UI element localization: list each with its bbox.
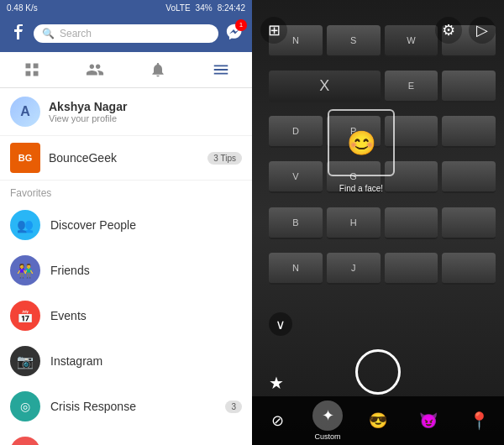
menu-label-crisis: Crisis Response	[50, 400, 215, 413]
bouncgeek-name: BounceGeek	[49, 151, 199, 165]
key	[442, 71, 496, 102]
camera-top-controls: ⊞ ⚙ ▷	[260, 17, 496, 44]
key	[385, 253, 438, 285]
shutter-area	[355, 349, 401, 395]
messenger-badge: 1	[235, 19, 247, 31]
nav-row	[0, 52, 252, 88]
toolbar-item-block[interactable]: ⊘	[262, 406, 292, 436]
nav-menu[interactable]	[189, 52, 252, 87]
app-header: 🔍 Search 1	[0, 15, 252, 52]
messenger-button[interactable]: 1	[225, 23, 244, 45]
menu-list: 👥 Discover People 👫 Friends 📅 Events 📷 I…	[0, 202, 252, 445]
svg-rect-0	[25, 64, 30, 69]
key: N	[269, 253, 323, 285]
shutter-button[interactable]	[355, 349, 401, 395]
camera-toolbar: ⊘ ✦ Custom 😎 😈 📍	[252, 396, 504, 445]
menu-item-crisis[interactable]: ◎ Crisis Response 3	[0, 384, 252, 429]
bouncgeek-icon: BG	[10, 143, 40, 173]
instagram-icon: 📷	[10, 346, 40, 376]
key: D	[269, 116, 323, 148]
toolbar-item-devil[interactable]: 😈	[413, 406, 444, 436]
menu-label-instagram: Instagram	[50, 354, 242, 368]
menu-label-friends: Friends	[50, 264, 242, 277]
toolbar-item-sunglasses[interactable]: 😎	[363, 406, 393, 436]
key: E	[385, 71, 438, 102]
status-time: 8:24:42	[218, 3, 245, 13]
svg-rect-3	[33, 71, 38, 76]
face-emoji: 😊	[347, 129, 376, 157]
toolbar-item-custom[interactable]: ✦ Custom	[312, 400, 343, 441]
search-placeholder: Search	[60, 28, 92, 39]
star-button[interactable]: ★	[269, 373, 284, 393]
key: V	[269, 161, 323, 193]
profile-name: Akshya Nagar	[49, 100, 127, 113]
svg-rect-2	[25, 71, 30, 76]
custom-icon: ✦	[312, 400, 343, 431]
camera-panel: N S W X E D P V G B H N J	[252, 0, 504, 445]
status-network: VoLTE	[165, 3, 190, 13]
explore-icon: 🚀	[10, 437, 40, 445]
camera-forward-button[interactable]: ▷	[469, 17, 496, 44]
left-panel: 0.48 K/s VoLTE 34% 8:24:42 🔍 Search 1	[0, 0, 252, 445]
menu-item-explore[interactable]: 🚀 Explore Feed	[0, 429, 252, 445]
block-icon: ⊘	[262, 406, 292, 436]
crisis-badge: 3	[225, 400, 242, 413]
key	[385, 207, 438, 239]
status-battery: 34%	[196, 3, 213, 13]
face-detection-box: 😊 Find a face!	[328, 109, 395, 176]
key: X	[269, 71, 381, 102]
menu-item-instagram[interactable]: 📷 Instagram	[0, 338, 252, 384]
search-icon: 🔍	[42, 28, 55, 39]
camera-settings-button[interactable]: ⚙	[435, 17, 462, 44]
menu-label-events: Events	[50, 309, 242, 322]
key	[442, 116, 496, 148]
nav-notifications[interactable]	[126, 52, 189, 87]
camera-flip-button[interactable]: ⊞	[260, 17, 287, 44]
key: B	[269, 207, 323, 239]
status-bar: 0.48 K/s VoLTE 34% 8:24:42	[0, 0, 252, 15]
search-bar[interactable]: 🔍 Search	[34, 24, 218, 43]
key	[442, 207, 496, 239]
favorites-label: Favorites	[0, 181, 252, 202]
svg-rect-1	[33, 64, 38, 69]
face-label: Find a face!	[339, 184, 383, 193]
location-pin-icon: 📍	[464, 406, 494, 436]
devil-icon: 😈	[413, 406, 444, 436]
menu-label-discover: Discover People	[50, 218, 242, 232]
scroll-down-indicator[interactable]: ∨	[269, 312, 292, 336]
status-speed: 0.48 K/s	[7, 3, 38, 13]
key	[442, 161, 496, 193]
avatar: A	[10, 97, 40, 127]
tips-badge: 3 Tips	[207, 152, 242, 165]
toolbar-item-location[interactable]: 📍	[464, 406, 494, 436]
sunglasses-icon: 😎	[363, 406, 393, 436]
menu-item-discover[interactable]: 👥 Discover People	[0, 202, 252, 248]
discover-icon: 👥	[10, 210, 40, 240]
key: J	[327, 253, 381, 285]
nav-friends[interactable]	[63, 52, 126, 87]
events-icon: 📅	[10, 301, 40, 331]
crisis-icon: ◎	[10, 391, 40, 421]
facebook-logo	[8, 23, 27, 45]
key	[442, 253, 496, 285]
friends-icon: 👫	[10, 255, 40, 285]
nav-newsfeed[interactable]	[0, 52, 63, 87]
menu-item-events[interactable]: 📅 Events	[0, 293, 252, 338]
profile-subtitle: View your profile	[49, 113, 127, 123]
key: H	[327, 207, 381, 239]
profile-text: Akshya Nagar View your profile	[49, 100, 127, 123]
menu-item-friends[interactable]: 👫 Friends	[0, 248, 252, 293]
profile-row[interactable]: A Akshya Nagar View your profile	[0, 88, 252, 136]
bouncgeek-row[interactable]: BG BounceGeek 3 Tips	[0, 136, 252, 181]
custom-label: Custom	[314, 432, 340, 441]
